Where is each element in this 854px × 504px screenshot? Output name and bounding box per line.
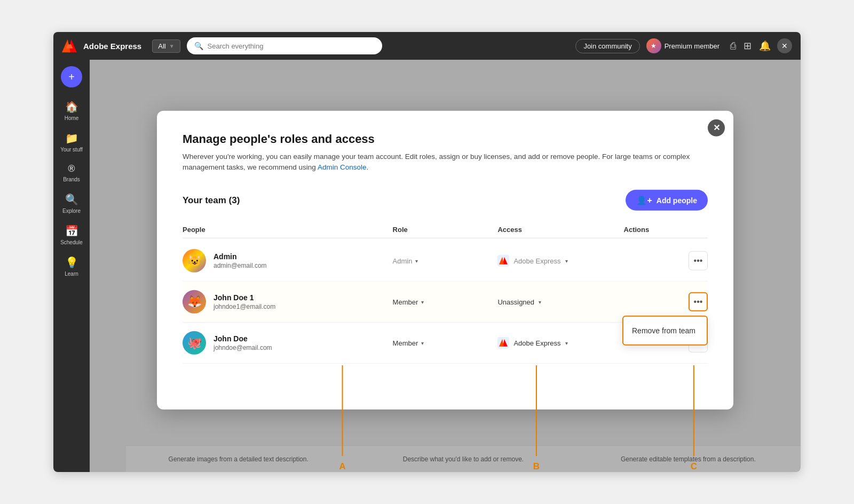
person-info-admin: 😺 Admin admin@email.com: [183, 249, 393, 273]
access-john: Adobe Express ▾: [497, 337, 623, 349]
folder-icon: 📁: [65, 132, 78, 145]
person-name-john1: John Doe 1: [213, 293, 275, 302]
nav-all-dropdown[interactable]: All ▼: [152, 39, 180, 53]
nav-icons: ⎙ ⊞ 🔔: [730, 40, 771, 52]
avatar-john: 🐙: [183, 331, 206, 355]
content-area: ✕ Manage people's roles and access Where…: [90, 60, 801, 472]
role-dropdown-arrow-john: ▾: [421, 340, 424, 346]
home-icon: 🏠: [65, 100, 78, 113]
remove-from-team-item[interactable]: Remove from team: [623, 321, 707, 340]
col-role: Role: [393, 226, 498, 234]
bell-icon[interactable]: 🔔: [759, 40, 771, 52]
access-dropdown-arrow-john: ▾: [565, 340, 568, 346]
role-john1[interactable]: Member ▾: [393, 298, 498, 306]
adobe-express-icon-john: [497, 337, 509, 349]
avatar-john1: 🦊: [183, 290, 206, 314]
dropdown-chevron: ▼: [169, 43, 175, 49]
nav-close-button[interactable]: ✕: [777, 38, 792, 53]
role-admin: Admin ▾: [393, 257, 498, 265]
sidebar-item-schedule[interactable]: 📅 Schedule: [56, 220, 88, 250]
adobe-logo: [62, 38, 77, 53]
join-community-button[interactable]: Join community: [575, 39, 639, 53]
share-icon[interactable]: ⎙: [730, 41, 736, 52]
person-info-john: 🐙 John Doe johndoe@email.com: [183, 331, 393, 355]
sidebar-item-home[interactable]: 🏠 Home: [56, 96, 88, 125]
manage-roles-modal: ✕ Manage people's roles and access Where…: [157, 110, 733, 409]
person-email-john1: johndoe1@email.com: [213, 303, 275, 310]
search-input[interactable]: [208, 42, 375, 50]
schedule-icon: 📅: [65, 225, 78, 237]
sidebar-add-button[interactable]: +: [61, 66, 82, 87]
more-actions-john1[interactable]: •••: [689, 292, 708, 311]
unassigned-text: Unassigned: [497, 298, 534, 306]
access-text-admin: Adobe Express: [513, 257, 560, 265]
role-dropdown-arrow-john1: ▾: [421, 299, 424, 305]
actions-john1: ••• Remove from team: [624, 292, 708, 311]
more-actions-admin[interactable]: •••: [689, 251, 708, 270]
sidebar-item-explore[interactable]: 🔍 Explore: [56, 189, 88, 218]
table-header: People Role Access Actions: [183, 221, 708, 238]
modal-close-button[interactable]: ✕: [708, 119, 725, 136]
sidebar-item-your-stuff[interactable]: 📁 Your stuff: [56, 127, 88, 157]
person-name-admin: Admin: [213, 252, 267, 261]
app-name: Adobe Express: [83, 42, 141, 51]
role-john[interactable]: Member ▾: [393, 339, 498, 347]
top-nav: Adobe Express All ▼ 🔍 Join community ★ P…: [53, 32, 801, 60]
access-text-john: Adobe Express: [513, 339, 560, 347]
brands-icon: ®: [68, 163, 75, 174]
admin-console-link[interactable]: Admin Console: [318, 163, 367, 171]
access-dropdown-arrow-john1: ▾: [539, 299, 541, 305]
modal-description: Wherever you're working, you can easily …: [183, 151, 708, 173]
sidebar: + 🏠 Home 📁 Your stuff ® Brands 🔍 Explore: [53, 60, 90, 472]
table-row: 😺 Admin admin@email.com Admin ▾: [183, 241, 708, 282]
person-name-john: John Doe: [213, 334, 272, 343]
col-access: Access: [497, 226, 623, 234]
access-admin: Adobe Express ▾: [497, 255, 623, 267]
main-area: + 🏠 Home 📁 Your stuff ® Brands 🔍 Explore: [53, 60, 801, 472]
premium-member-button[interactable]: ★ Premium member: [646, 38, 719, 53]
team-header: Your team (3) 👤+ Add people: [183, 190, 708, 211]
person-email-admin: admin@email.com: [213, 262, 267, 269]
table-row: 🦊 John Doe 1 johndoe1@email.com Member ▾: [183, 282, 708, 323]
access-dropdown-arrow: ▾: [565, 258, 568, 263]
col-people: People: [183, 226, 393, 234]
sidebar-item-brands[interactable]: ® Brands: [56, 159, 88, 187]
sidebar-item-learn[interactable]: 💡 Learn: [56, 252, 88, 281]
person-info-john1: 🦊 John Doe 1 johndoe1@email.com: [183, 290, 393, 314]
avatar-admin: 😺: [183, 249, 206, 273]
search-bar: 🔍: [187, 37, 382, 54]
learn-icon: 💡: [65, 256, 78, 269]
add-people-button[interactable]: 👤+ Add people: [626, 190, 708, 211]
actions-admin: •••: [624, 251, 708, 270]
access-john1: Unassigned ▾: [497, 298, 623, 306]
apps-icon[interactable]: ⊞: [744, 40, 752, 52]
premium-avatar: ★: [646, 38, 661, 53]
col-actions: Actions: [624, 226, 708, 234]
add-person-icon: 👤+: [636, 195, 652, 205]
modal-title: Manage people's roles and access: [183, 132, 708, 146]
explore-icon: 🔍: [65, 193, 78, 206]
search-icon: 🔍: [194, 42, 203, 50]
adobe-express-icon: [497, 255, 509, 267]
team-title: Your team (3): [183, 195, 240, 205]
actions-dropdown-menu: Remove from team: [622, 316, 708, 346]
team-table: People Role Access Actions 😺: [183, 221, 708, 364]
person-email-john: johndoe@email.com: [213, 344, 272, 351]
role-dropdown-arrow: ▾: [415, 258, 418, 263]
